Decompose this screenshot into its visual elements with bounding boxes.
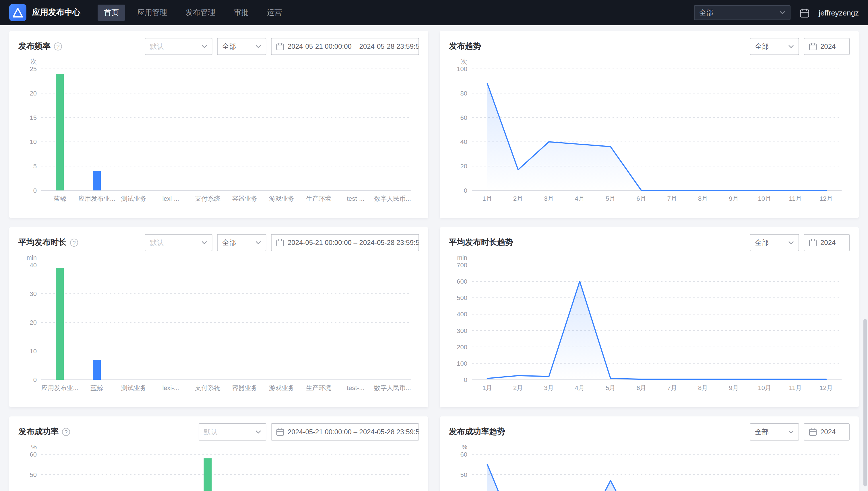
success-daterange-value: 2024-05-21 00:00:00 – 2024-05-28 23:59:5: [288, 428, 419, 436]
duration-trend-year-picker[interactable]: 2024: [804, 234, 850, 251]
svg-text:15: 15: [30, 114, 37, 121]
success-trend-scope-select[interactable]: 全部: [750, 423, 799, 440]
success-trend-year-picker[interactable]: 2024: [804, 423, 850, 440]
card-success-rate-trend: 发布成功率趋势 全部 2024 %01020304050601月2月3月4月5月…: [440, 416, 859, 491]
svg-text:100: 100: [457, 65, 467, 73]
svg-text:2月: 2月: [513, 195, 523, 202]
svg-text:25: 25: [30, 65, 37, 73]
svg-text:700: 700: [457, 262, 467, 269]
svg-text:200: 200: [457, 344, 467, 351]
svg-text:600: 600: [457, 278, 467, 285]
nav-item-release-management[interactable]: 发布管理: [179, 5, 222, 21]
freq-daterange-picker[interactable]: 2024-05-21 00:00:00 – 2024-05-28 23:59:5: [271, 38, 419, 55]
svg-text:400: 400: [457, 311, 467, 318]
chevron-down-icon: [201, 241, 207, 244]
svg-text:应用发布业...: 应用发布业...: [41, 384, 78, 392]
svg-text:500: 500: [457, 294, 467, 301]
svg-text:0: 0: [33, 187, 37, 194]
card-release-frequency: 发布频率 ? 默认 全部 2024-05-21 00:00:00 – 2024-…: [9, 31, 428, 218]
svg-text:容器业务: 容器业务: [232, 384, 257, 392]
svg-text:30: 30: [30, 290, 37, 297]
nav-item-app-management[interactable]: 应用管理: [131, 5, 173, 21]
svg-text:4月: 4月: [575, 195, 585, 202]
svg-text:3月: 3月: [544, 384, 554, 392]
trend-year-picker[interactable]: 2024: [804, 38, 850, 55]
duration-trend-filters: 全部 2024: [750, 234, 850, 251]
chevron-down-icon: [255, 430, 261, 434]
chevron-down-icon: [788, 45, 794, 48]
svg-text:4月: 4月: [575, 384, 585, 392]
svg-text:60: 60: [460, 114, 467, 121]
svg-text:支付系统: 支付系统: [195, 384, 220, 392]
chevron-down-icon: [201, 45, 207, 48]
card-title-avg-duration: 平均发布时长: [18, 237, 66, 248]
app-logo-icon: [9, 4, 26, 21]
svg-text:5月: 5月: [606, 384, 616, 392]
nav-item-approval[interactable]: 审批: [227, 5, 255, 21]
card-title-success-rate-trend: 发布成功率趋势: [449, 427, 505, 437]
success-default-select[interactable]: 默认: [199, 423, 266, 440]
svg-text:20: 20: [30, 319, 37, 326]
duration-daterange-picker[interactable]: 2024-05-21 00:00:00 – 2024-05-28 23:59:5: [271, 234, 419, 251]
svg-text:蓝鲸: 蓝鲸: [53, 195, 66, 202]
freq-scope-select[interactable]: 全部: [217, 38, 266, 55]
svg-text:7月: 7月: [667, 195, 677, 202]
svg-text:生产环境: 生产环境: [306, 384, 331, 392]
success-trend-filters: 全部 2024: [750, 423, 850, 440]
svg-text:3月: 3月: [544, 195, 554, 202]
calendar-icon: [276, 428, 284, 436]
trend-filters: 全部 2024: [750, 38, 850, 55]
help-icon[interactable]: ?: [54, 42, 62, 51]
svg-text:5: 5: [33, 163, 37, 170]
svg-text:应用发布业...: 应用发布业...: [78, 195, 115, 202]
chevron-down-icon: [255, 241, 261, 244]
svg-text:40: 40: [30, 262, 37, 269]
success-trend-year-value: 2024: [820, 428, 836, 436]
freq-daterange-value: 2024-05-21 00:00:00 – 2024-05-28 23:59:5: [288, 42, 419, 51]
svg-text:50: 50: [30, 471, 37, 479]
svg-text:test-...: test-...: [347, 384, 364, 392]
nav-item-home[interactable]: 首页: [98, 5, 125, 21]
calendar-icon: [809, 42, 817, 51]
release-trend-chart: 次0204060801001月2月3月4月5月6月7月8月9月10月11月12月: [449, 58, 850, 205]
trend-year-value: 2024: [820, 42, 836, 51]
success-daterange-picker[interactable]: 2024-05-21 00:00:00 – 2024-05-28 23:59:5: [271, 423, 419, 440]
svg-text:%: %: [31, 444, 37, 451]
svg-text:支付系统: 支付系统: [195, 195, 220, 202]
svg-text:80: 80: [460, 90, 467, 97]
trend-scope-select[interactable]: 全部: [750, 38, 799, 55]
freq-default-select[interactable]: 默认: [145, 38, 212, 55]
svg-text:20: 20: [460, 163, 467, 170]
global-scope-select[interactable]: 全部: [694, 5, 790, 20]
calendar-button[interactable]: [800, 8, 809, 18]
duration-trend-scope-select[interactable]: 全部: [750, 234, 799, 251]
success-default-value: 默认: [204, 427, 218, 437]
calendar-icon: [276, 42, 284, 51]
svg-text:%: %: [462, 444, 467, 451]
success-rate-chart: %0102030405060蓝鲸应用发布业...测试业务lexi-...支付系统…: [18, 444, 419, 491]
svg-text:min: min: [457, 255, 467, 261]
svg-text:lexi-...: lexi-...: [162, 384, 179, 392]
freq-scope-value: 全部: [222, 41, 236, 51]
success-rate-trend-chart: %01020304050601月2月3月4月5月6月7月8月9月10月11月12…: [449, 444, 850, 491]
chevron-down-icon: [788, 430, 794, 434]
duration-scope-select[interactable]: 全部: [217, 234, 266, 251]
svg-text:容器业务: 容器业务: [232, 195, 257, 202]
svg-text:7月: 7月: [667, 384, 677, 392]
calendar-icon: [809, 428, 817, 436]
svg-text:9月: 9月: [729, 384, 738, 392]
avg-duration-chart: min010203040应用发布业...蓝鲸测试业务lexi-...支付系统容器…: [18, 255, 419, 395]
help-icon[interactable]: ?: [62, 428, 70, 436]
svg-text:6月: 6月: [636, 384, 646, 392]
app-title: 应用发布中心: [32, 7, 80, 18]
help-icon[interactable]: ?: [70, 239, 78, 247]
scrollbar-thumb[interactable]: [863, 319, 867, 486]
svg-text:min: min: [27, 255, 37, 261]
nav-item-operations[interactable]: 运营: [261, 5, 288, 21]
username: jeffreyzengz: [819, 8, 859, 17]
duration-default-select[interactable]: 默认: [145, 234, 212, 251]
svg-text:10: 10: [30, 348, 37, 355]
svg-text:5月: 5月: [606, 195, 616, 202]
duration-filters: 默认 全部 2024-05-21 00:00:00 – 2024-05-28 2…: [145, 234, 419, 251]
card-title-release-trend: 发布趋势: [449, 41, 481, 52]
